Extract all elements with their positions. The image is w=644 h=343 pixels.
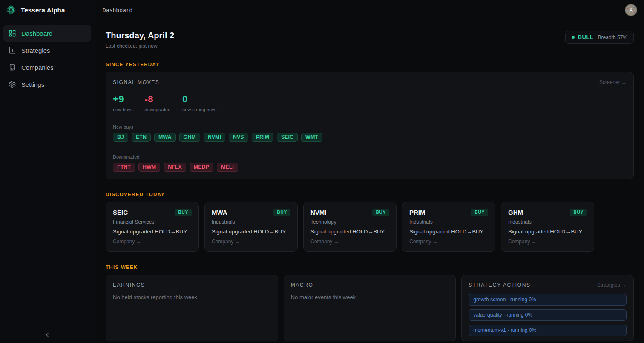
page-title: Thursday, April 2: [106, 31, 174, 40]
regime-badge: BULL Breadth 57%: [565, 31, 634, 44]
regime-label: BULL: [578, 34, 594, 40]
sector-label: Industrials: [508, 219, 587, 225]
stat-value: +9: [113, 94, 132, 105]
stat-label: new strong buys: [182, 107, 216, 112]
earnings-title: EARNINGS: [113, 282, 271, 288]
discovered-card[interactable]: NVMI BUY Technology Signal upgraded HOLD…: [303, 202, 397, 252]
ticker-chip[interactable]: MWA: [154, 133, 176, 142]
ticker-chip[interactable]: ETN: [132, 133, 151, 142]
gear-icon: [9, 81, 16, 88]
sidebar-nav: Dashboard Strategies Companies Settings: [0, 20, 95, 98]
sidebar-item-dashboard[interactable]: Dashboard: [3, 25, 91, 42]
discovered-card-top: NVMI BUY: [310, 209, 389, 216]
downgraded-label: Downgraded: [113, 154, 627, 159]
strategy-action-row[interactable]: growth-screen · running 0%: [469, 294, 627, 306]
topbar: Dashboard A: [95, 0, 644, 20]
page-content: Thursday, April 2 Last checked: just now…: [95, 20, 644, 343]
sector-label: Financial Services: [113, 219, 192, 225]
chevron-left-icon: [44, 331, 51, 338]
strategy-rows: growth-screen · running 0%value-quality …: [469, 294, 627, 336]
ticker-chip[interactable]: NFLX: [164, 163, 186, 172]
buy-badge: BUY: [570, 209, 587, 216]
sidebar-item-settings[interactable]: Settings: [3, 76, 91, 93]
discovered-card[interactable]: SEIC BUY Financial Services Signal upgra…: [106, 202, 199, 252]
strategies-link[interactable]: Strategies →: [597, 282, 627, 288]
discovered-card-top: PRIM BUY: [409, 209, 488, 216]
discovered-card-top: GHM BUY: [508, 209, 587, 216]
discovered-card[interactable]: GHM BUY Industrials Signal upgraded HOLD…: [501, 202, 594, 252]
ticker-chip[interactable]: NVS: [229, 133, 248, 142]
page-header: Thursday, April 2 Last checked: just now…: [106, 31, 634, 49]
ticker-symbol: SEIC: [113, 209, 128, 216]
company-link[interactable]: Company →: [212, 239, 290, 245]
stat-value: -8: [144, 94, 170, 105]
macro-empty-text: No major events this week: [291, 294, 449, 300]
strategy-action-row[interactable]: value-quality · running 0%: [469, 309, 627, 321]
signal-moves-header: SIGNAL MOVES Screener →: [113, 79, 627, 85]
section-label-since-yesterday: SINCE YESTERDAY: [106, 62, 634, 67]
ticker-chip[interactable]: GHM: [179, 133, 200, 142]
ticker-chip[interactable]: PRIM: [252, 133, 273, 142]
ticker-chip[interactable]: HWM: [138, 163, 160, 172]
earnings-card: EARNINGS No held stocks reporting this w…: [106, 275, 278, 341]
last-checked-text: Last checked: just now: [106, 43, 174, 49]
app-logo-icon: [6, 4, 17, 15]
company-link[interactable]: Company →: [310, 239, 389, 245]
ticker-chip[interactable]: FTNT: [113, 163, 135, 172]
macro-card: MACRO No major events this week: [284, 275, 456, 341]
new-buys-group: New buys BJETNMWAGHMNVMINVSPRIMSEICWMT: [113, 119, 627, 142]
signal-note: Signal upgraded HOLD→BUY.: [113, 228, 192, 235]
this-week-row: EARNINGS No held stocks reporting this w…: [106, 275, 634, 341]
avatar[interactable]: A: [625, 4, 637, 16]
ticker-chip[interactable]: SEIC: [277, 133, 298, 142]
stat-label: new buys: [113, 107, 132, 112]
signal-stat: -8 downgraded: [144, 94, 170, 112]
stat-label: downgraded: [144, 107, 170, 112]
downgraded-group: Downgraded FTNTHWMNFLXMEDPMELI: [113, 149, 627, 172]
discovered-card[interactable]: PRIM BUY Industrials Signal upgraded HOL…: [402, 202, 495, 252]
regime-dot-icon: [572, 36, 575, 39]
discovered-card-top: SEIC BUY: [113, 209, 192, 216]
section-label-this-week: THIS WEEK: [106, 265, 634, 270]
signal-stat: 0 new strong buys: [182, 94, 216, 112]
sidebar-item-label: Dashboard: [21, 30, 52, 37]
buy-badge: BUY: [175, 209, 192, 216]
sector-label: Technology: [310, 219, 389, 225]
main-area: Dashboard A Thursday, April 2 Last check…: [95, 0, 644, 343]
discovered-card[interactable]: MWA BUY Industrials Signal upgraded HOLD…: [204, 202, 298, 252]
ticker-chip[interactable]: MEDP: [190, 163, 213, 172]
sidebar-item-label: Settings: [21, 81, 44, 88]
section-label-discovered-today: DISCOVERED TODAY: [106, 192, 634, 197]
signal-moves-card: SIGNAL MOVES Screener → +9 new buys -8 d…: [106, 72, 634, 179]
page-header-left: Thursday, April 2 Last checked: just now: [106, 31, 174, 49]
app-name: Tessera Alpha: [21, 6, 65, 14]
sidebar-item-strategies[interactable]: Strategies: [3, 42, 91, 59]
ticker-chip[interactable]: BJ: [113, 133, 128, 142]
strategy-actions-header: STRATEGY ACTIONS Strategies →: [469, 282, 627, 288]
ticker-chip[interactable]: NVMI: [204, 133, 225, 142]
screener-link[interactable]: Screener →: [599, 79, 627, 85]
signal-moves-title: SIGNAL MOVES: [113, 79, 159, 85]
downgraded-chips: FTNTHWMNFLXMEDPMELI: [113, 163, 627, 172]
ticker-chip[interactable]: MELI: [217, 163, 238, 172]
company-link[interactable]: Company →: [409, 239, 488, 245]
discovered-card-top: MWA BUY: [212, 209, 290, 216]
signal-stats-row: +9 new buys -8 downgraded 0 new strong b…: [113, 94, 627, 112]
sidebar-item-companies[interactable]: Companies: [3, 59, 91, 76]
macro-title: MACRO: [291, 282, 449, 288]
signal-stat: +9 new buys: [113, 94, 132, 112]
sector-label: Industrials: [212, 219, 290, 225]
company-link[interactable]: Company →: [508, 239, 587, 245]
stat-value: 0: [182, 94, 216, 105]
company-link[interactable]: Company →: [113, 239, 192, 245]
sidebar-spacer: [0, 98, 95, 326]
sidebar: Tessera Alpha Dashboard Strategies Compa…: [0, 0, 95, 343]
sidebar-collapse-button[interactable]: [44, 331, 51, 338]
sector-label: Industrials: [409, 219, 488, 225]
strategy-actions-card: STRATEGY ACTIONS Strategies → growth-scr…: [461, 275, 634, 341]
strategy-action-row[interactable]: momentum-v1 · running 0%: [469, 325, 627, 336]
earnings-empty-text: No held stocks reporting this week: [113, 294, 271, 300]
ticker-chip[interactable]: WMT: [301, 133, 322, 142]
buy-badge: BUY: [471, 209, 488, 216]
sidebar-item-label: Companies: [21, 64, 54, 71]
